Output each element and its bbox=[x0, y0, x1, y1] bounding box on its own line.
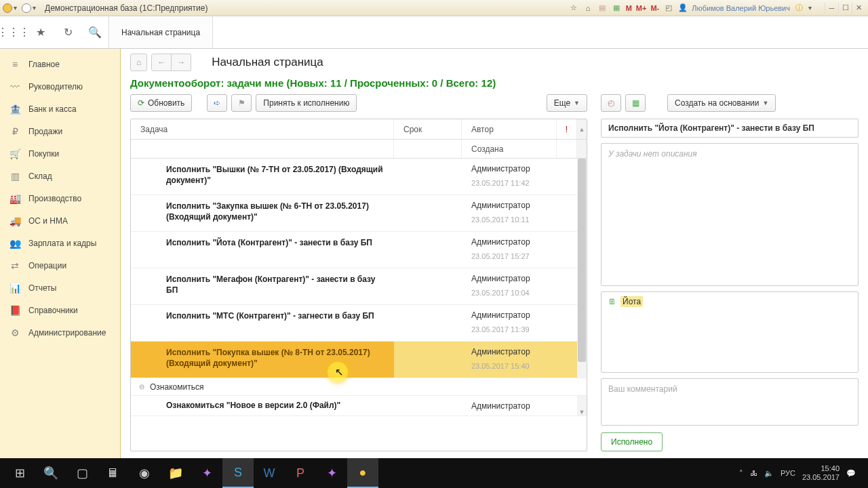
window-minimize[interactable]: ─ bbox=[825, 3, 838, 14]
sidebar-item-8[interactable]: 👥Зарплата и кадры bbox=[0, 232, 120, 254]
mark-button[interactable]: ⚑ bbox=[231, 94, 252, 112]
window-close[interactable]: ✕ bbox=[852, 3, 865, 14]
secondary-dropdown-icon[interactable]: ▾ bbox=[33, 4, 39, 12]
forward-task-button[interactable]: ➪ bbox=[207, 94, 227, 112]
search-taskbar[interactable]: 🔍 bbox=[35, 458, 66, 488]
nav-forward-button[interactable]: → bbox=[172, 54, 191, 71]
sidebar-item-5[interactable]: ▥Склад bbox=[0, 165, 120, 187]
window-maximize[interactable]: ☐ bbox=[838, 3, 852, 14]
app-1c[interactable]: ● bbox=[347, 458, 378, 488]
favorites-button[interactable]: ★ bbox=[27, 16, 54, 48]
tray-notifications-icon[interactable]: 💬 bbox=[846, 469, 856, 478]
scroll-up[interactable]: ▲ bbox=[577, 119, 587, 139]
taskview-button[interactable]: ▢ bbox=[66, 458, 98, 488]
app-powerpoint[interactable]: P bbox=[285, 458, 316, 488]
info-dropdown-icon[interactable]: ▾ bbox=[808, 4, 815, 12]
tray-chevron-icon[interactable]: ˄ bbox=[739, 469, 743, 478]
scrollbar-thumb[interactable] bbox=[578, 159, 586, 362]
task-author: Администратор bbox=[471, 401, 547, 411]
tray-clock[interactable]: 15:40 23.05.2017 bbox=[802, 464, 840, 482]
group-header[interactable]: ⊖Ознакомиться bbox=[131, 378, 587, 396]
export-button[interactable]: ▦ bbox=[625, 94, 646, 112]
col-author[interactable]: Автор bbox=[462, 119, 557, 139]
task-created: 23.05.2017 10:11 bbox=[471, 216, 547, 224]
app-explorer[interactable]: 📁 bbox=[160, 458, 191, 488]
task-created: 23.05.2017 15:27 bbox=[471, 252, 547, 260]
memory-m-minus[interactable]: М- bbox=[650, 4, 659, 12]
panel-icon[interactable]: ◰ bbox=[663, 3, 673, 13]
sidebar-item-3[interactable]: ₽Продажи bbox=[0, 120, 120, 142]
task-row[interactable]: Исполнить "Закупка вышек (№ 6-ТН от 23.0… bbox=[131, 195, 587, 232]
col-created[interactable]: Создана bbox=[462, 140, 557, 158]
attachment-item[interactable]: 🗎 Йота bbox=[608, 296, 643, 307]
open-button[interactable]: ◴ bbox=[601, 94, 621, 112]
app-calculator[interactable]: 🖩 bbox=[98, 458, 129, 488]
create-based-button[interactable]: Создать на основании ▼ bbox=[667, 94, 776, 112]
app-skype[interactable]: S bbox=[222, 458, 254, 488]
app-word[interactable]: W bbox=[254, 458, 285, 488]
col-task[interactable]: Задача bbox=[131, 119, 394, 139]
app-icon bbox=[3, 3, 12, 13]
sidebar-item-1[interactable]: 〰Руководителю bbox=[0, 75, 120, 98]
sidebar-item-11[interactable]: 📕Справочники bbox=[0, 299, 120, 321]
task-row[interactable]: Исполнить "Мегафон (Контрагент)" - занес… bbox=[131, 268, 587, 305]
scroll-down[interactable]: ▼ bbox=[577, 396, 587, 415]
user-icon: 👤 bbox=[677, 3, 688, 13]
tab-label: Начальная страница bbox=[121, 28, 200, 37]
notes-icon[interactable]: ▤ bbox=[597, 3, 608, 13]
task-row[interactable]: Ознакомиться "Новое в версии 2.0 (Файл)"… bbox=[131, 396, 587, 416]
comment-input[interactable]: Ваш комментарий bbox=[601, 378, 859, 426]
fav-icon[interactable]: ☆ bbox=[569, 3, 579, 13]
sidebar-label: Покупки bbox=[28, 149, 59, 159]
info-icon[interactable]: ⓘ bbox=[794, 3, 804, 13]
app-dropdown-icon[interactable]: ▾ bbox=[14, 4, 20, 12]
task-row[interactable]: Исполнить "МТС (Контрагент)" - загнести … bbox=[131, 305, 587, 342]
col-due[interactable]: Срок bbox=[394, 119, 462, 139]
col-priority[interactable]: ! bbox=[557, 119, 577, 139]
sidebar-item-0[interactable]: ≡Главное bbox=[0, 53, 120, 75]
task-row[interactable]: Исполнить "Йота (Контрагент)" - занести … bbox=[131, 232, 587, 268]
nav-home-button[interactable]: ⌂ bbox=[130, 54, 147, 71]
task-created: 23.05.2017 15:40 bbox=[471, 362, 547, 370]
history-button[interactable]: ↻ bbox=[54, 16, 81, 48]
tray-volume-icon[interactable]: 🔈 bbox=[764, 469, 774, 478]
done-button[interactable]: Исполнено bbox=[601, 432, 663, 451]
sidebar-item-7[interactable]: 🚚ОС и НМА bbox=[0, 209, 120, 232]
sidebar-icon: 👥 bbox=[8, 238, 22, 249]
tray-network-icon[interactable]: 🖧 bbox=[750, 469, 757, 477]
task-row[interactable]: Исполнить "Покупка вышек (№ 8-ТН от 23.0… bbox=[131, 342, 587, 378]
calc-icon[interactable]: ▦ bbox=[612, 3, 622, 13]
user-name[interactable]: Любимов Валерий Юрьевич bbox=[692, 4, 790, 12]
sidebar-item-9[interactable]: ⇄Операции bbox=[0, 254, 120, 277]
app-chrome[interactable]: ◉ bbox=[129, 458, 160, 488]
start-button[interactable]: ⊞ bbox=[4, 458, 35, 488]
nav-back-button[interactable]: ← bbox=[151, 54, 172, 71]
memory-m-plus[interactable]: М+ bbox=[636, 4, 647, 12]
tab-start-page[interactable]: Начальная страница bbox=[108, 16, 213, 48]
sidebar-item-10[interactable]: 📊Отчеты bbox=[0, 277, 120, 299]
home-icon[interactable]: ⌂ bbox=[583, 3, 593, 13]
sidebar-icon: 📕 bbox=[8, 305, 22, 316]
task-text: Исполнить "Вышки (№ 7-ТН от 23.05.2017) … bbox=[166, 164, 384, 186]
memory-m[interactable]: М bbox=[626, 4, 632, 12]
task-row[interactable]: Исполнить "Вышки (№ 7-ТН от 23.05.2017) … bbox=[131, 159, 587, 195]
apps-button[interactable]: ⋮⋮⋮ bbox=[0, 16, 27, 48]
search-button[interactable]: 🔍 bbox=[81, 16, 108, 48]
more-button[interactable]: Еще ▼ bbox=[547, 94, 587, 112]
tray-language[interactable]: РУС bbox=[781, 469, 795, 477]
sidebar-item-4[interactable]: 🛒Покупки bbox=[0, 142, 120, 165]
sidebar-label: Отчеты bbox=[28, 283, 56, 293]
refresh-button[interactable]: ⟳ Обновить bbox=[130, 94, 192, 112]
sidebar-item-12[interactable]: ⚙Администрирование bbox=[0, 321, 120, 344]
accept-button[interactable]: Принять к исполнению bbox=[256, 94, 357, 112]
sidebar-label: Производство bbox=[28, 194, 81, 203]
page-title: Начальная страница bbox=[212, 56, 323, 69]
detail-title: Исполнить "Йота (Контрагент)" - занести … bbox=[601, 119, 859, 138]
app-purple2[interactable]: ✦ bbox=[316, 458, 347, 488]
sidebar-item-6[interactable]: 🏭Производство bbox=[0, 187, 120, 209]
sidebar-icon: 🏭 bbox=[8, 193, 22, 204]
task-text: Исполнить "Покупка вышек (№ 8-ТН от 23.0… bbox=[166, 347, 384, 369]
window-title: Демонстрационная база (1С:Предприятие) bbox=[45, 3, 208, 13]
sidebar-item-2[interactable]: 🏦Банк и касса bbox=[0, 98, 120, 120]
app-purple1[interactable]: ✦ bbox=[191, 458, 222, 488]
